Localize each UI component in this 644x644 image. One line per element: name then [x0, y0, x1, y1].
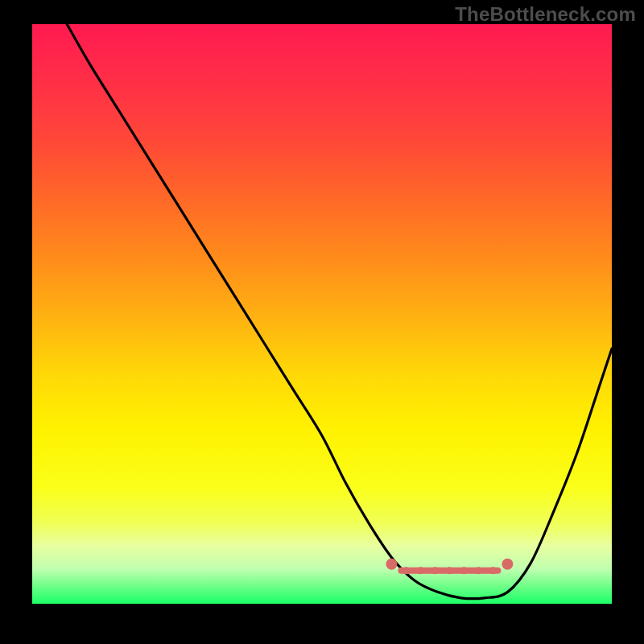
watermark-text: TheBottleneck.com	[455, 3, 636, 26]
gradient-background	[32, 24, 612, 604]
svg-rect-0	[32, 24, 612, 604]
plot-area	[32, 24, 612, 604]
chart-frame: TheBottleneck.com	[0, 0, 644, 644]
